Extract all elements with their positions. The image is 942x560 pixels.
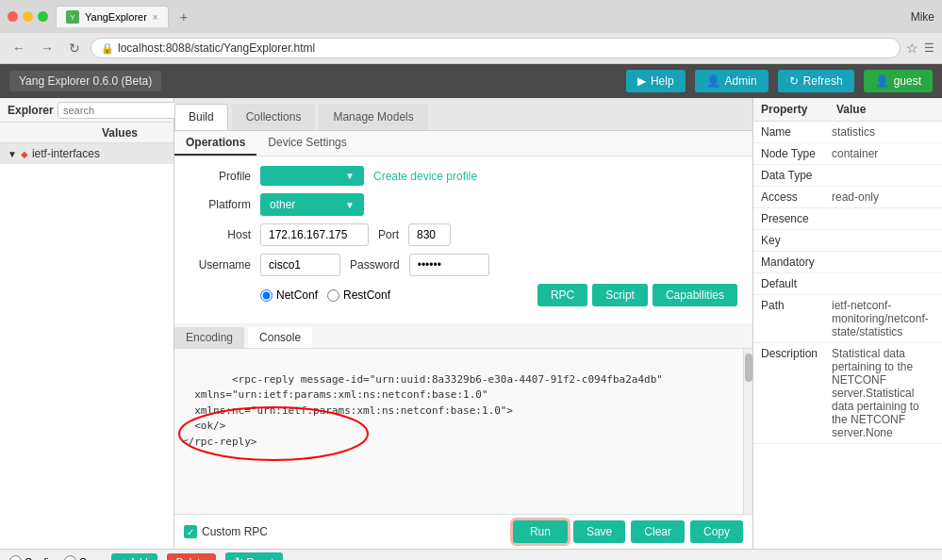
minimize-window-btn[interactable] xyxy=(23,11,33,22)
form-area: Profile ▼ Create device profile Platform… xyxy=(174,156,752,323)
close-window-btn[interactable] xyxy=(8,11,18,22)
scrollbar-thumb[interactable] xyxy=(745,354,752,382)
rpc-button[interactable]: RPC xyxy=(537,284,587,306)
property-col-header: Property xyxy=(753,98,829,121)
property-value xyxy=(824,273,942,294)
github-icon: ▶ xyxy=(637,74,646,88)
config-radio[interactable]: Config xyxy=(9,555,55,560)
create-device-profile-link[interactable]: Create device profile xyxy=(373,170,477,183)
console-scrollbar[interactable] xyxy=(743,349,752,514)
tab-operations[interactable]: Operations xyxy=(174,131,256,156)
platform-select[interactable]: other ▼ xyxy=(260,193,364,216)
property-row: Namestatistics xyxy=(753,122,942,143)
property-panel-header: Property Value xyxy=(753,98,942,122)
refresh-icon: ↻ xyxy=(789,74,799,88)
property-value: statistics xyxy=(824,122,942,142)
property-name: Name xyxy=(753,122,824,142)
property-name: Default xyxy=(753,273,824,294)
address-bar[interactable]: 🔒 localhost:8088/static/YangExplorer.htm… xyxy=(91,38,901,58)
property-name: Presence xyxy=(753,208,824,229)
new-tab-button[interactable]: + xyxy=(176,9,191,25)
property-row: Node Typecontainer xyxy=(753,143,942,165)
property-value: container xyxy=(824,143,942,164)
tree-item-ietf-interfaces[interactable]: ▼ ◆ ietf-interfaces xyxy=(0,143,174,164)
middle-panel: Build Collections Manage Models Operatio… xyxy=(174,98,753,549)
toolbar-bar: Config Oper + Add Delete ↻ Reset xyxy=(0,549,942,560)
username-password-row: Username Password xyxy=(190,254,737,276)
tab-console[interactable]: Console xyxy=(248,327,312,348)
browser-titlebar: Y YangExplorer × + Mike xyxy=(0,0,942,33)
tab-title: YangExplorer xyxy=(85,11,147,23)
property-row: Presence xyxy=(753,208,942,230)
delete-button[interactable]: Delete xyxy=(167,553,216,561)
forward-button[interactable]: → xyxy=(36,39,58,58)
tree-collapse-icon: ▼ xyxy=(8,149,17,159)
refresh-button[interactable]: ↻ Refresh xyxy=(778,70,854,92)
platform-row: Platform other ▼ xyxy=(190,193,737,216)
explorer-label: Explorer xyxy=(8,104,53,117)
property-row: DescriptionStatistical data pertaining t… xyxy=(753,343,942,444)
app-header: Yang Explorer 0.6.0 (Beta) ▶ Help 👤 Admi… xyxy=(0,64,942,98)
custom-rpc-checkbox[interactable]: ✓ xyxy=(184,525,197,538)
password-input[interactable] xyxy=(409,254,489,276)
port-input[interactable] xyxy=(408,223,451,246)
password-label: Password xyxy=(350,258,400,272)
user-icon: 👤 xyxy=(875,74,889,88)
platform-value: other xyxy=(270,198,295,211)
profile-select[interactable]: ▼ xyxy=(260,166,364,186)
extensions-icon[interactable]: ☰ xyxy=(924,41,934,55)
chevron-down-icon: ▼ xyxy=(345,171,355,181)
admin-button[interactable]: 👤 Admin xyxy=(695,70,768,92)
host-input[interactable] xyxy=(260,223,369,246)
tab-build[interactable]: Build xyxy=(174,104,228,130)
tab-encoding[interactable]: Encoding xyxy=(174,327,244,348)
property-name: Mandatory xyxy=(753,252,824,272)
browser-tab[interactable]: Y YangExplorer × xyxy=(56,6,169,27)
restconf-radio[interactable]: RestConf xyxy=(327,288,390,302)
capabilities-button[interactable]: Capabilities xyxy=(653,284,737,306)
host-label: Host xyxy=(190,228,251,241)
profile-row: Profile ▼ Create device profile xyxy=(190,166,737,186)
explorer-panel: Explorer ↕ Values ▼ ◆ ietf-interfaces xyxy=(0,98,174,549)
url-text: localhost:8088/static/YangExplorer.html xyxy=(118,41,890,55)
tab-close-icon[interactable]: × xyxy=(153,12,158,23)
add-button[interactable]: + Add xyxy=(111,553,157,561)
property-value xyxy=(824,165,942,186)
guest-button[interactable]: 👤 guest xyxy=(864,70,933,92)
value-col-header: Value xyxy=(829,98,942,121)
property-rows-container: NamestatisticsNode TypecontainerData Typ… xyxy=(753,122,942,444)
clear-button[interactable]: Clear xyxy=(631,520,685,543)
back-button[interactable]: ← xyxy=(8,39,30,58)
property-name: Description xyxy=(753,343,824,443)
property-name: Key xyxy=(753,230,824,251)
property-row: Data Type xyxy=(753,165,942,187)
reload-button[interactable]: ↻ xyxy=(64,39,85,58)
oper-radio[interactable]: Oper xyxy=(64,555,102,560)
lock-icon: 🔒 xyxy=(101,42,114,55)
port-label: Port xyxy=(378,228,399,241)
username-input[interactable] xyxy=(260,254,340,276)
property-value: ietf-netconf-monitoring/netconf-state/st… xyxy=(824,295,942,342)
tab-device-settings[interactable]: Device Settings xyxy=(256,131,357,156)
property-name: Access xyxy=(753,187,824,207)
browser-user: Mike xyxy=(911,10,934,24)
maximize-window-btn[interactable] xyxy=(38,11,48,22)
protocol-row: NetConf RestConf RPC Script Capabilities xyxy=(260,284,737,306)
reset-button[interactable]: ↻ Reset xyxy=(225,552,284,560)
script-button[interactable]: Script xyxy=(592,284,648,306)
app-title: Yang Explorer 0.6.0 (Beta) xyxy=(9,71,161,91)
run-button[interactable]: Run xyxy=(513,520,568,543)
main-tabs: Build Collections Manage Models xyxy=(174,98,752,131)
tab-collections[interactable]: Collections xyxy=(232,104,316,130)
property-row: Accessread-only xyxy=(753,187,942,208)
bottom-action-bar: ✓ Custom RPC Run Save Clear Copy xyxy=(174,514,752,549)
bookmark-icon[interactable]: ☆ xyxy=(906,41,918,56)
host-port-row: Host Port xyxy=(190,223,737,246)
username-label: Username xyxy=(190,258,251,272)
netconf-radio[interactable]: NetConf xyxy=(260,288,318,302)
tab-manage-models[interactable]: Manage Models xyxy=(319,104,427,130)
custom-rpc-label: Custom RPC xyxy=(202,525,268,538)
help-button[interactable]: ▶ Help xyxy=(626,70,686,92)
copy-button[interactable]: Copy xyxy=(690,520,743,543)
save-button[interactable]: Save xyxy=(573,520,625,543)
